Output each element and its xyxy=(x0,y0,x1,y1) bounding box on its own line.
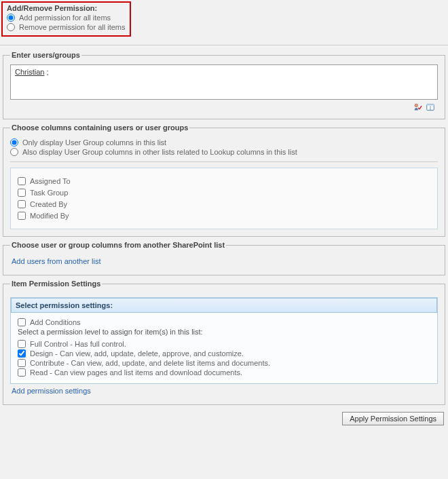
radio-scope-lookup-input[interactable] xyxy=(10,148,18,156)
perm-level-label: Read - Can view pages and list items and… xyxy=(30,368,242,377)
column-checkbox-input[interactable] xyxy=(18,200,26,208)
column-checkbox-assigned-to[interactable]: Assigned To xyxy=(18,177,430,185)
column-label: Modified By xyxy=(30,212,69,220)
svg-rect-2 xyxy=(427,104,434,107)
perm-level-label: Contribute - Can view, add, update, and … xyxy=(30,359,270,367)
column-checkbox-input[interactable] xyxy=(18,189,26,197)
radio-scope-this-list[interactable]: Only display User Group columns in this … xyxy=(10,138,438,147)
item-permission-legend: Item Permission Settings xyxy=(10,280,102,288)
users-groups-input[interactable]: Christian ; xyxy=(10,64,438,100)
divider xyxy=(0,45,448,45)
perm-level-input[interactable] xyxy=(18,349,26,358)
add-users-another-list-link[interactable]: Add users from another list xyxy=(10,254,102,268)
column-checkbox-input[interactable] xyxy=(18,177,26,185)
divider xyxy=(10,161,438,162)
perm-level-input[interactable] xyxy=(18,340,26,348)
column-label: Created By xyxy=(30,200,67,208)
check-names-icon[interactable] xyxy=(413,102,422,112)
column-checkbox-task-group[interactable]: Task Group xyxy=(18,189,430,197)
enter-users-legend: Enter users/groups xyxy=(10,51,81,59)
radio-scope-lookup-label: Also display User Group columns in other… xyxy=(22,148,297,156)
perm-level-full-control[interactable]: Full Control - Has full control. xyxy=(18,340,430,348)
add-conditions-label: Add Conditions xyxy=(30,318,81,326)
add-remove-permission-box: Add/Remove Permission: Add permission fo… xyxy=(1,1,131,37)
perm-level-read[interactable]: Read - Can view pages and list items and… xyxy=(18,368,430,377)
column-label: Task Group xyxy=(30,189,68,197)
perm-level-label: Full Control - Has full control. xyxy=(30,340,126,348)
radio-remove-permission-input[interactable] xyxy=(7,23,15,31)
column-checkbox-created-by[interactable]: Created By xyxy=(18,200,430,208)
perm-level-label: Design - Can view, add, update, delete, … xyxy=(30,349,244,358)
apply-permission-settings-button[interactable]: Apply Permission Settings xyxy=(342,412,444,425)
radio-add-label: Add permission for all items xyxy=(19,14,111,22)
another-list-legend: Choose user or group columns from anothe… xyxy=(10,241,226,249)
radio-add-permission-input[interactable] xyxy=(7,14,15,22)
user-entry-suffix: ; xyxy=(44,68,48,76)
perm-level-design[interactable]: Design - Can view, add, update, delete, … xyxy=(18,349,430,358)
browse-icon[interactable] xyxy=(426,102,435,112)
user-entry: Christian xyxy=(15,68,44,76)
another-list-fieldset: Choose user or group columns from anothe… xyxy=(3,241,445,275)
radio-add-permission[interactable]: Add permission for all items xyxy=(7,14,126,22)
perm-level-input[interactable] xyxy=(18,359,26,367)
enter-users-fieldset: Enter users/groups Christian ; xyxy=(3,51,445,119)
item-permission-fieldset: Item Permission Settings Select permissi… xyxy=(3,280,445,405)
permission-prompt: Select a permission level to assign for … xyxy=(18,328,430,336)
radio-scope-lookup[interactable]: Also display User Group columns in other… xyxy=(10,148,438,156)
columns-list-box: Assigned To Task Group Created By Modifi… xyxy=(10,168,438,229)
column-checkbox-input[interactable] xyxy=(18,212,26,220)
perm-level-contribute[interactable]: Contribute - Can view, add, update, and … xyxy=(18,359,430,367)
choose-columns-legend: Choose columns containing users or user … xyxy=(10,123,189,132)
perm-level-input[interactable] xyxy=(18,368,26,377)
select-permission-header: Select permission settings: xyxy=(11,298,437,313)
permission-settings-box: Select permission settings: Add Conditio… xyxy=(10,297,438,384)
svg-point-0 xyxy=(415,104,418,107)
add-permission-settings-link[interactable]: Add permission settings xyxy=(10,384,92,398)
column-label: Assigned To xyxy=(30,177,71,185)
add-remove-title: Add/Remove Permission: xyxy=(7,4,126,12)
add-conditions-input[interactable] xyxy=(18,318,26,326)
radio-remove-permission[interactable]: Remove permission for all items xyxy=(7,23,126,31)
choose-columns-fieldset: Choose columns containing users or user … xyxy=(3,123,445,237)
add-conditions-checkbox[interactable]: Add Conditions xyxy=(18,318,430,326)
radio-remove-label: Remove permission for all items xyxy=(19,23,126,31)
radio-scope-this-list-input[interactable] xyxy=(10,138,18,147)
column-checkbox-modified-by[interactable]: Modified By xyxy=(18,212,430,220)
radio-scope-this-list-label: Only display User Group columns in this … xyxy=(22,138,166,147)
